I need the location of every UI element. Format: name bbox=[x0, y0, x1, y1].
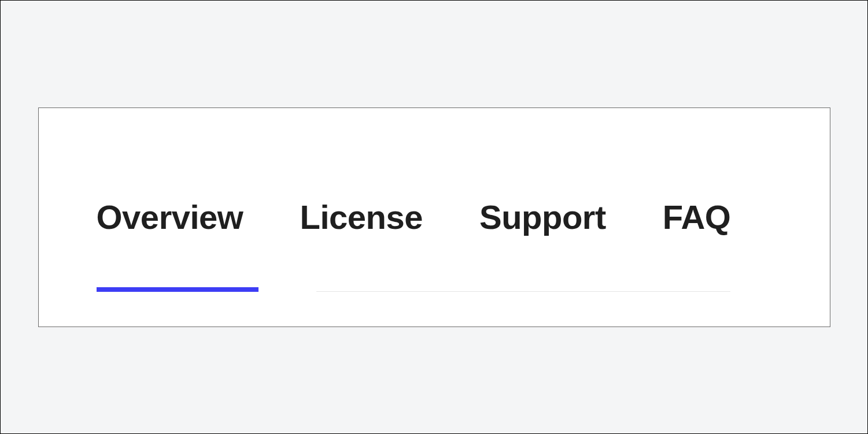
tab-panel: Overview License Support FAQ bbox=[38, 107, 830, 327]
tab-divider bbox=[316, 291, 731, 292]
tablist: Overview License Support FAQ bbox=[97, 201, 731, 234]
tab-overview[interactable]: Overview bbox=[97, 201, 243, 234]
tab-license[interactable]: License bbox=[300, 201, 423, 234]
tab-support[interactable]: Support bbox=[479, 201, 606, 234]
active-tab-indicator bbox=[97, 287, 258, 292]
tab-faq[interactable]: FAQ bbox=[663, 201, 731, 234]
